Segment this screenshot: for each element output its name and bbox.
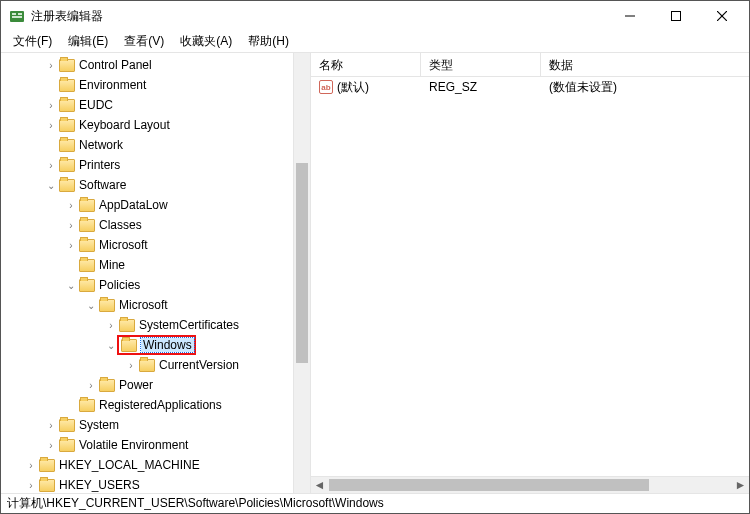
- svg-rect-5: [672, 12, 681, 21]
- folder-icon: [139, 359, 155, 372]
- folder-icon: [121, 339, 137, 352]
- tree-item-network[interactable]: Network: [1, 135, 293, 155]
- cell-type: REG_SZ: [421, 80, 541, 94]
- folder-icon: [79, 239, 95, 252]
- tree-label: Classes: [99, 218, 142, 232]
- menu-view[interactable]: 查看(V): [116, 31, 172, 52]
- tree-item-power[interactable]: ›Power: [1, 375, 293, 395]
- status-path: 计算机\HKEY_CURRENT_USER\Software\Policies\…: [7, 495, 384, 512]
- column-header-type[interactable]: 类型: [421, 53, 541, 76]
- tree-item-windows[interactable]: ⌄Windows: [1, 335, 293, 355]
- svg-rect-2: [12, 16, 22, 18]
- tree-view[interactable]: ›Control Panel Environment ›EUDC ›Keyboa…: [1, 53, 293, 493]
- folder-icon: [79, 199, 95, 212]
- chevron-right-icon[interactable]: ›: [45, 100, 57, 111]
- scrollbar-thumb[interactable]: [296, 163, 308, 363]
- menu-help[interactable]: 帮助(H): [240, 31, 297, 52]
- tree-scrollbar-vertical[interactable]: [293, 53, 310, 493]
- scroll-left-icon[interactable]: ◄: [311, 477, 328, 493]
- tree-label: Microsoft: [99, 238, 148, 252]
- svg-rect-3: [18, 13, 22, 15]
- chevron-right-icon[interactable]: ›: [65, 200, 77, 211]
- tree-item-appdatalow[interactable]: ›AppDataLow: [1, 195, 293, 215]
- menu-file[interactable]: 文件(F): [5, 31, 60, 52]
- chevron-right-icon[interactable]: ›: [25, 460, 37, 471]
- cell-name: ab (默认): [311, 79, 421, 96]
- chevron-right-icon[interactable]: ›: [25, 480, 37, 491]
- svg-rect-1: [12, 13, 16, 15]
- chevron-down-icon[interactable]: ⌄: [65, 280, 77, 291]
- chevron-right-icon[interactable]: ›: [65, 240, 77, 251]
- chevron-down-icon[interactable]: ⌄: [45, 180, 57, 191]
- tree-item-keyboard-layout[interactable]: ›Keyboard Layout: [1, 115, 293, 135]
- tree-label: Network: [79, 138, 123, 152]
- cell-data: (数值未设置): [541, 79, 749, 96]
- column-header-data[interactable]: 数据: [541, 53, 749, 76]
- folder-icon: [59, 139, 75, 152]
- content-area: ›Control Panel Environment ›EUDC ›Keyboa…: [1, 53, 749, 493]
- tree-item-microsoft[interactable]: ›Microsoft: [1, 235, 293, 255]
- string-value-icon: ab: [319, 80, 333, 94]
- tree-label: EUDC: [79, 98, 113, 112]
- tree-label-selected: Windows: [141, 338, 194, 352]
- tree-item-eudc[interactable]: ›EUDC: [1, 95, 293, 115]
- list-scrollbar-horizontal[interactable]: ◄ ►: [311, 476, 749, 493]
- folder-icon: [59, 119, 75, 132]
- menu-favorites[interactable]: 收藏夹(A): [172, 31, 240, 52]
- tree-label: Keyboard Layout: [79, 118, 170, 132]
- folder-icon: [39, 459, 55, 472]
- tree-item-system-certificates[interactable]: ›SystemCertificates: [1, 315, 293, 335]
- tree-label: Volatile Environment: [79, 438, 188, 452]
- chevron-right-icon[interactable]: ›: [105, 320, 117, 331]
- tree-item-current-version[interactable]: ›CurrentVersion: [1, 355, 293, 375]
- tree-label: CurrentVersion: [159, 358, 239, 372]
- folder-icon: [39, 479, 55, 492]
- folder-icon: [59, 159, 75, 172]
- chevron-right-icon[interactable]: ›: [45, 120, 57, 131]
- folder-icon: [79, 399, 95, 412]
- scroll-right-icon[interactable]: ►: [732, 477, 749, 493]
- tree-label: System: [79, 418, 119, 432]
- minimize-button[interactable]: [607, 1, 653, 31]
- list-row[interactable]: ab (默认) REG_SZ (数值未设置): [311, 77, 749, 97]
- tree-item-mine[interactable]: Mine: [1, 255, 293, 275]
- tree-item-policies[interactable]: ⌄Policies: [1, 275, 293, 295]
- tree-item-control-panel[interactable]: ›Control Panel: [1, 55, 293, 75]
- tree-item-hku[interactable]: ›HKEY_USERS: [1, 475, 293, 493]
- chevron-right-icon[interactable]: ›: [65, 220, 77, 231]
- chevron-right-icon[interactable]: ›: [45, 160, 57, 171]
- tree-label: Mine: [99, 258, 125, 272]
- chevron-right-icon[interactable]: ›: [45, 420, 57, 431]
- value-name: (默认): [337, 79, 369, 96]
- folder-icon: [119, 319, 135, 332]
- menu-edit[interactable]: 编辑(E): [60, 31, 116, 52]
- tree-item-registered-applications[interactable]: RegisteredApplications: [1, 395, 293, 415]
- tree-item-hklm[interactable]: ›HKEY_LOCAL_MACHINE: [1, 455, 293, 475]
- tree-item-software[interactable]: ⌄Software: [1, 175, 293, 195]
- tree-item-environment[interactable]: Environment: [1, 75, 293, 95]
- chevron-down-icon[interactable]: ⌄: [85, 300, 97, 311]
- folder-icon: [79, 259, 95, 272]
- chevron-right-icon[interactable]: ›: [45, 60, 57, 71]
- scrollbar-thumb[interactable]: [329, 479, 649, 491]
- close-button[interactable]: [699, 1, 745, 31]
- tree-item-policies-microsoft[interactable]: ⌄Microsoft: [1, 295, 293, 315]
- tree-item-classes[interactable]: ›Classes: [1, 215, 293, 235]
- tree-item-system[interactable]: ›System: [1, 415, 293, 435]
- column-header-name[interactable]: 名称: [311, 53, 421, 76]
- window-controls: [607, 1, 745, 31]
- tree-label: HKEY_LOCAL_MACHINE: [59, 458, 200, 472]
- folder-icon: [79, 219, 95, 232]
- menubar: 文件(F) 编辑(E) 查看(V) 收藏夹(A) 帮助(H): [1, 31, 749, 53]
- chevron-down-icon[interactable]: ⌄: [105, 340, 117, 351]
- folder-icon: [59, 79, 75, 92]
- list-pane: 名称 类型 数据 ab (默认) REG_SZ (数值未设置) ◄ ►: [311, 53, 749, 493]
- maximize-button[interactable]: [653, 1, 699, 31]
- statusbar: 计算机\HKEY_CURRENT_USER\Software\Policies\…: [1, 493, 749, 513]
- chevron-right-icon[interactable]: ›: [85, 380, 97, 391]
- tree-item-printers[interactable]: ›Printers: [1, 155, 293, 175]
- chevron-right-icon[interactable]: ›: [45, 440, 57, 451]
- tree-item-volatile-environment[interactable]: ›Volatile Environment: [1, 435, 293, 455]
- list-body[interactable]: ab (默认) REG_SZ (数值未设置): [311, 77, 749, 476]
- chevron-right-icon[interactable]: ›: [125, 360, 137, 371]
